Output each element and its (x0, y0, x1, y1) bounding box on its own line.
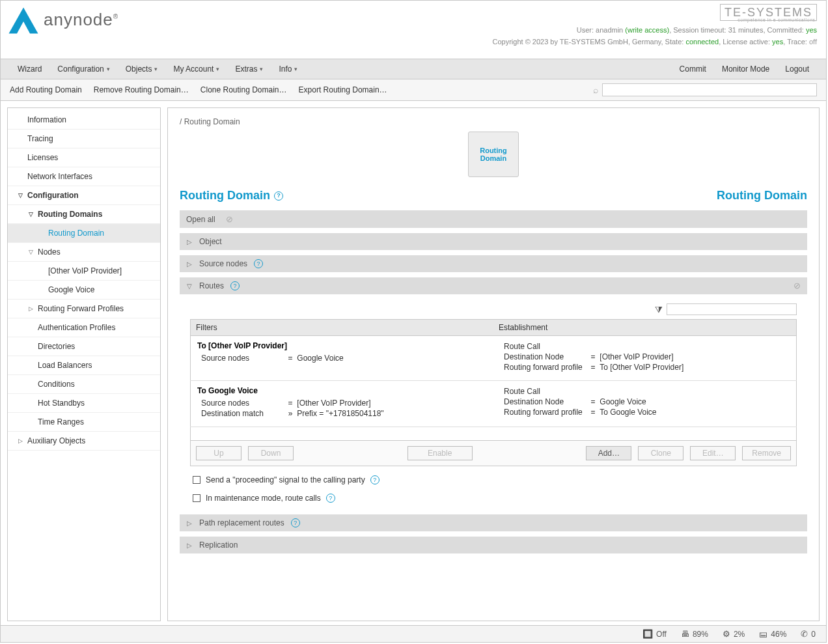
blocked-icon: ⊘ (226, 214, 233, 224)
panel-open-all[interactable]: Open all ⊘ (180, 210, 807, 228)
menu-logout[interactable]: Logout (777, 59, 817, 79)
enable-button[interactable]: Enable (407, 446, 473, 460)
help-icon[interactable]: ? (274, 191, 283, 201)
help-icon[interactable]: ? (254, 259, 263, 268)
panel-routes[interactable]: ▽ Routes ? ⊘ (180, 277, 807, 294)
status-printer: 🖶89% (681, 629, 708, 639)
sidebar-item-tracing[interactable]: Tracing (8, 130, 160, 148)
help-icon[interactable]: ? (370, 475, 380, 484)
filter-icon[interactable]: ⧩ (655, 304, 663, 315)
status-cpu: ⚙2% (723, 629, 745, 639)
panel-object[interactable]: ▷ Object (180, 233, 807, 250)
phone-icon: ✆ (801, 629, 808, 639)
sidebar-item-directories[interactable]: Directories (8, 337, 160, 356)
status-bar: 🔲Off 🖶89% ⚙2% 🖴46% ✆0 (1, 625, 826, 642)
sidebar-item-network-interfaces[interactable]: Network Interfaces (8, 167, 160, 186)
table-row[interactable]: To [Other VoIP Provider] Source nodes= G… (191, 336, 797, 381)
sidebar-item-routing-forward-profiles[interactable]: ▷Routing Forward Profiles (8, 300, 160, 318)
cb-proceeding-row[interactable]: Send a "proceeding" signal to the callin… (193, 475, 797, 484)
menu-wizard[interactable]: Wizard (10, 59, 49, 79)
panel-path-replacement-routes[interactable]: ▷ Path replacement routes ? (180, 514, 807, 531)
route-est-call: Route Call (500, 341, 790, 352)
printer-icon: 🖶 (681, 629, 689, 639)
brand-bar: anynode® TE-SYSTEMS competence in e-comm… (1, 1, 826, 59)
menu-extras[interactable]: Extras (227, 59, 271, 79)
routes-button-row: Up Down Enable Add… Clone Edit… Remove (190, 441, 797, 466)
panel-replication[interactable]: ▷ Replication (180, 537, 807, 553)
chevron-right-icon: ▷ (186, 238, 193, 245)
route-est-dest: Destination Node= [Other VoIP Provider] (500, 352, 790, 362)
route-est-dest: Destination Node= Google Voice (500, 397, 790, 407)
tb-clone-routing-domain[interactable]: Clone Routing Domain… (200, 85, 287, 94)
tb-export-routing-domain[interactable]: Export Routing Domain… (299, 85, 387, 94)
breadcrumb: / Routing Domain (180, 117, 807, 126)
brand-right: TE-SYSTEMS competence in e-communication… (493, 6, 817, 56)
panel-source-nodes[interactable]: ▷ Source nodes ? (180, 255, 807, 272)
search-input[interactable] (602, 83, 817, 96)
toolbar: Add Routing Domain Remove Routing Domain… (1, 79, 826, 101)
remove-button[interactable]: Remove (742, 446, 791, 460)
svg-marker-0 (9, 8, 38, 34)
sidebar-item-routing-domains[interactable]: ▽Routing Domains (8, 205, 160, 224)
sidebar-item-hot-standbys[interactable]: Hot Standbys (8, 394, 160, 413)
sidebar-item-google-voice[interactable]: Google Voice (8, 281, 160, 300)
routes-table: Filters Establishment To [Other VoIP Pro… (190, 319, 797, 441)
routes-filter-input[interactable] (667, 303, 797, 315)
search-icon: ⌕ (593, 85, 598, 95)
chevron-down-icon: ▽ (186, 283, 193, 290)
checkbox-icon[interactable] (193, 476, 200, 484)
help-icon[interactable]: ? (291, 518, 300, 527)
help-icon[interactable]: ? (326, 494, 335, 503)
clone-button[interactable]: Clone (638, 446, 683, 460)
routes-body: ⧩ Filters Establishment To [Other VoIP (180, 294, 807, 509)
sidebar-item-routing-domain[interactable]: Routing Domain (8, 224, 160, 243)
cb-maintenance-row[interactable]: In maintenance mode, route calls ? (193, 494, 797, 503)
routing-domain-block: RoutingDomain (180, 132, 807, 177)
checkbox-icon[interactable] (193, 494, 200, 502)
tb-remove-routing-domain[interactable]: Remove Routing Domain… (94, 85, 189, 94)
route-est-rfp: Routing forward profile= To [Other VoIP … (500, 362, 790, 372)
logo: anynode® (7, 6, 118, 56)
sidebar-item-information[interactable]: Information (8, 111, 160, 130)
sidebar-item-load-balancers[interactable]: Load Balancers (8, 356, 160, 375)
logo-text: anynode® (44, 10, 118, 30)
route-title: To Google Voice (197, 386, 487, 395)
menu-monitor-mode[interactable]: Monitor Mode (714, 59, 777, 79)
route-filter-source: Source nodes= [Other VoIP Provider] (197, 398, 487, 408)
help-icon[interactable]: ? (230, 281, 240, 290)
table-row[interactable]: To Google Voice Source nodes= [Other VoI… (191, 381, 797, 427)
chevron-down-icon: ▽ (17, 192, 23, 199)
body: Information Tracing Licenses Network Int… (1, 101, 826, 625)
down-button[interactable]: Down (248, 446, 294, 460)
tb-add-routing-domain[interactable]: Add Routing Domain (10, 85, 82, 94)
route-est-call: Route Call (500, 386, 790, 397)
menu-objects[interactable]: Objects (118, 59, 166, 79)
sidebar-item-other-voip[interactable]: [Other VoIP Provider] (8, 262, 160, 281)
edit-button[interactable]: Edit… (690, 446, 736, 460)
sidebar-item-time-ranges[interactable]: Time Ranges (8, 413, 160, 432)
route-filter-source: Source nodes= Google Voice (197, 353, 487, 363)
route-est-rfp: Routing forward profile= To Google Voice (500, 407, 790, 417)
sidebar-item-licenses[interactable]: Licenses (8, 148, 160, 167)
sidebar-item-conditions[interactable]: Conditions (8, 375, 160, 394)
col-filters: Filters (191, 320, 494, 336)
col-establishment: Establishment (493, 320, 797, 336)
up-button[interactable]: Up (196, 446, 242, 460)
cpu-icon: ⚙ (723, 629, 730, 639)
menu-info[interactable]: Info (271, 59, 305, 79)
page-title: Routing Domain ? (180, 189, 283, 203)
route-title: To [Other VoIP Provider] (197, 341, 487, 350)
chevron-right-icon: ▷ (186, 542, 193, 549)
sidebar-item-nodes[interactable]: ▽Nodes (8, 243, 160, 262)
menu-configuration[interactable]: Configuration (49, 59, 117, 79)
add-button[interactable]: Add… (586, 446, 631, 460)
main-menu: Wizard Configuration Objects My Account … (1, 59, 826, 79)
status-battery: 🔲Off (642, 629, 667, 639)
menu-my-account[interactable]: My Account (165, 59, 227, 79)
menu-commit[interactable]: Commit (672, 59, 714, 79)
sidebar-item-configuration[interactable]: ▽Configuration (8, 186, 160, 205)
sidebar-item-authentication-profiles[interactable]: Authentication Profiles (8, 318, 160, 337)
chevron-right-icon: ▷ (17, 438, 23, 444)
routing-domain-box[interactable]: RoutingDomain (468, 132, 519, 177)
sidebar-item-auxiliary-objects[interactable]: ▷Auxiliary Objects (8, 432, 160, 451)
